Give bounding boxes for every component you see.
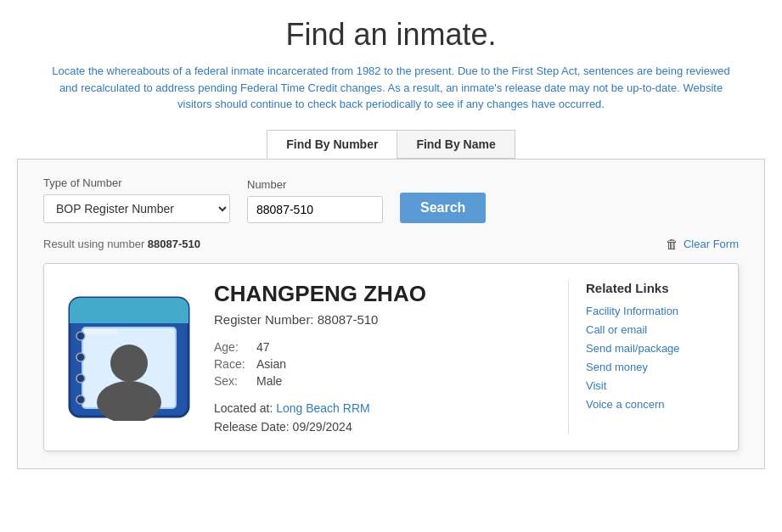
- age-row: Age: 47: [214, 339, 293, 356]
- result-number: 88087-510: [148, 238, 200, 250]
- sex-value: Male: [256, 372, 293, 389]
- search-panel: Type of Number BOP Register Number DCDC …: [17, 159, 765, 469]
- link-call-or-email[interactable]: Call or email: [586, 323, 647, 336]
- list-item: Call or email: [586, 322, 721, 336]
- svg-rect-6: [84, 329, 118, 334]
- release-date-value: 09/29/2024: [293, 420, 352, 434]
- location-line: Located at: Long Beach RRM: [214, 401, 543, 415]
- link-send-money[interactable]: Send money: [586, 361, 648, 373]
- inmate-photo-area: [61, 281, 197, 434]
- register-number: Register Number: 88087-510: [214, 312, 543, 327]
- link-facility-information[interactable]: Facility Information: [586, 305, 678, 317]
- type-of-number-group: Type of Number BOP Register Number DCDC …: [43, 176, 230, 223]
- age-value: 47: [256, 339, 293, 356]
- age-label: Age:: [214, 339, 256, 356]
- svg-point-8: [76, 353, 85, 361]
- link-voice-concern[interactable]: Voice a concern: [586, 398, 665, 411]
- search-button[interactable]: Search: [400, 193, 486, 223]
- tabs-row: Find By Number Find By Name: [17, 130, 765, 159]
- related-links-title: Related Links: [586, 281, 721, 295]
- link-visit[interactable]: Visit: [586, 379, 606, 392]
- inmate-name: CHANGPENG ZHAO: [214, 281, 543, 307]
- sex-row: Sex: Male: [214, 372, 293, 389]
- race-value: Asian: [256, 356, 293, 372]
- register-number-label: Register Number:: [214, 312, 314, 327]
- inmate-details: Age: 47 Race: Asian Sex: Male: [214, 339, 543, 389]
- list-item: Visit: [586, 378, 721, 392]
- related-links-list: Facility Information Call or email Send …: [586, 304, 721, 411]
- svg-rect-2: [70, 315, 188, 323]
- tab-find-by-number[interactable]: Find By Number: [267, 130, 397, 159]
- tab-find-by-name[interactable]: Find By Name: [397, 130, 515, 159]
- sex-label: Sex:: [214, 372, 256, 389]
- result-meta-text: Result using number 88087-510: [43, 238, 200, 250]
- race-label: Race:: [214, 356, 256, 372]
- clear-form-label: Clear Form: [684, 238, 739, 250]
- svg-point-9: [76, 374, 85, 383]
- svg-point-10: [76, 395, 85, 404]
- inmate-card: CHANGPENG ZHAO Register Number: 88087-51…: [43, 263, 739, 451]
- release-date-label: Release Date:: [214, 420, 290, 434]
- located-label: Located at:: [214, 401, 273, 415]
- result-meta-row: Result using number 88087-510 🗑 Clear Fo…: [43, 237, 739, 251]
- inmate-info: CHANGPENG ZHAO Register Number: 88087-51…: [214, 281, 551, 434]
- svg-point-4: [110, 344, 148, 382]
- link-send-mail-package[interactable]: Send mail/package: [586, 342, 680, 355]
- list-item: Send mail/package: [586, 341, 721, 355]
- register-number-value: 88087-510: [318, 312, 379, 327]
- search-form-row: Type of Number BOP Register Number DCDC …: [43, 176, 739, 223]
- number-input[interactable]: [247, 196, 383, 223]
- race-row: Race: Asian: [214, 356, 293, 372]
- number-group: Number: [247, 178, 383, 223]
- release-date-line: Release Date: 09/29/2024: [214, 420, 543, 434]
- notice-text: Locate the whereabouts of a federal inma…: [17, 63, 765, 113]
- list-item: Send money: [586, 360, 721, 373]
- type-of-number-select[interactable]: BOP Register Number DCDC Number FBI Numb…: [43, 194, 230, 223]
- inmate-photo-icon: [65, 294, 193, 421]
- location-link[interactable]: Long Beach RRM: [276, 401, 370, 415]
- list-item: Facility Information: [586, 304, 721, 317]
- list-item: Voice a concern: [586, 397, 721, 411]
- number-label: Number: [247, 178, 383, 191]
- page-title: Find an inmate.: [17, 17, 765, 53]
- trash-icon: 🗑: [666, 237, 678, 251]
- related-links-panel: Related Links Facility Information Call …: [568, 281, 721, 434]
- type-of-number-label: Type of Number: [43, 176, 230, 189]
- svg-point-7: [76, 332, 85, 340]
- clear-form-button[interactable]: 🗑 Clear Form: [666, 237, 739, 251]
